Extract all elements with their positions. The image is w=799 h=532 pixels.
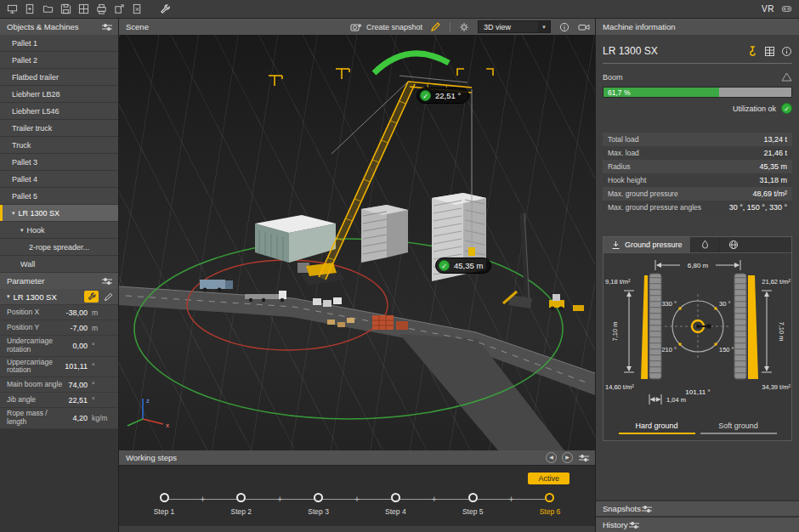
parameter-value[interactable]: 101,11 xyxy=(65,362,92,371)
object-item-label: Flatbed trailer xyxy=(12,73,59,82)
object-item[interactable]: Truck xyxy=(0,137,118,154)
history-header[interactable]: History xyxy=(596,518,799,532)
object-item[interactable]: 2-rope spreader... xyxy=(0,239,118,256)
parameter-row[interactable]: Main boom angle74,00° xyxy=(0,377,118,393)
grid-icon[interactable] xyxy=(78,3,89,14)
object-item[interactable]: Trailer truck xyxy=(0,120,118,137)
printer-icon[interactable] xyxy=(96,3,107,14)
history-options-icon[interactable] xyxy=(628,520,640,530)
step-circle[interactable] xyxy=(545,493,554,502)
object-item[interactable]: Pallet 3 xyxy=(0,154,118,171)
drilling-rig[interactable] xyxy=(503,213,532,308)
object-item[interactable]: Wall xyxy=(0,256,118,273)
step-circle[interactable] xyxy=(314,493,323,502)
step-3[interactable]: Step 3 xyxy=(299,466,338,516)
add-step-button[interactable]: + xyxy=(184,494,222,504)
track-length-left: 7,10 m xyxy=(611,322,619,342)
caret-down-icon[interactable]: ▾ xyxy=(7,293,10,300)
caret-down-icon[interactable]: ▾ xyxy=(12,210,15,217)
monitor-icon[interactable] xyxy=(7,3,18,14)
object-item[interactable]: Pallet 4 xyxy=(0,171,118,188)
tab-soil-type[interactable] xyxy=(690,237,719,252)
object-item[interactable]: Flatbed trailer xyxy=(0,69,118,86)
step-circle[interactable] xyxy=(236,493,246,502)
object-item-label: 2-rope spreader... xyxy=(29,243,89,252)
box-truck[interactable] xyxy=(200,280,233,291)
parameter-group-row[interactable]: ▾ LR 1300 SX xyxy=(0,289,118,305)
view-mode-select[interactable]: 3D view ▼ xyxy=(478,20,551,33)
stat-value: 48,69 t/m² xyxy=(752,190,787,198)
parameter-options-icon[interactable] xyxy=(101,276,113,286)
object-item[interactable]: Liebherr LB28 xyxy=(0,86,118,103)
tab-earth-view[interactable] xyxy=(719,237,748,252)
save-icon[interactable] xyxy=(60,3,71,14)
info-icon[interactable] xyxy=(781,46,792,57)
steps-scrollbar[interactable] xyxy=(119,526,595,532)
steps-options-icon[interactable] xyxy=(578,453,590,463)
step-1[interactable]: Step 1 xyxy=(144,466,184,516)
parameter-row[interactable]: Uppercarriage rotation101,11° xyxy=(0,357,118,378)
gear-icon[interactable] xyxy=(458,22,470,32)
object-item[interactable]: ▾Hook xyxy=(0,222,118,239)
object-item[interactable]: Liebherr L546 xyxy=(0,103,118,120)
step-circle[interactable] xyxy=(160,493,169,502)
parameter-value[interactable]: 4,20 xyxy=(65,414,92,422)
parameter-value[interactable]: -7,00 xyxy=(65,324,92,332)
scene-viewport[interactable]: z x ✓ 22,51 ° ✓ 45,35 m xyxy=(119,35,595,450)
hook-load-icon[interactable] xyxy=(747,46,758,57)
step-5[interactable]: Step 5 xyxy=(453,466,492,516)
add-step-button[interactable]: + xyxy=(415,494,453,504)
working-steps-header: Working steps ◀ ▶ xyxy=(119,450,595,465)
parameter-row[interactable]: Position X-38,00m xyxy=(0,305,118,320)
object-item[interactable]: Pallet 5 xyxy=(0,188,118,205)
parameter-value[interactable]: 0,00 xyxy=(65,342,92,350)
step-2[interactable]: Step 2 xyxy=(222,466,261,516)
export-icon[interactable] xyxy=(114,3,125,14)
parameter-value[interactable]: -38,00 xyxy=(65,308,92,317)
object-item[interactable]: Pallet 2 xyxy=(0,52,118,69)
step-circle[interactable] xyxy=(391,493,400,502)
machine-settings-button[interactable] xyxy=(84,291,99,303)
create-snapshot-button[interactable]: Create snapshot xyxy=(350,22,422,32)
wrench-icon[interactable] xyxy=(160,3,171,14)
load-chart-icon[interactable] xyxy=(764,46,775,57)
parameter-row[interactable]: Undercarriage rotation0,00° xyxy=(0,336,118,357)
step-4[interactable]: Step 4 xyxy=(376,466,415,516)
snapshots-options-icon[interactable] xyxy=(641,504,653,514)
caret-down-icon[interactable]: ▾ xyxy=(20,227,24,234)
parameter-row[interactable]: Rope mass / length4,20kg/m xyxy=(0,408,118,429)
object-item-selected[interactable]: ▾LR 1300 SX xyxy=(0,205,118,222)
previous-step-button[interactable]: ◀ xyxy=(546,452,557,463)
parameter-value[interactable]: 74,00 xyxy=(65,381,92,389)
add-step-button[interactable]: + xyxy=(338,494,377,504)
tab-ground-pressure[interactable]: Ground pressure xyxy=(604,237,690,252)
open-folder-icon[interactable] xyxy=(42,3,54,14)
object-item-label: Pallet 2 xyxy=(12,56,37,65)
add-step-button[interactable]: + xyxy=(492,494,530,504)
snapshots-header[interactable]: Snapshots xyxy=(596,501,799,516)
check-icon: ✓ xyxy=(781,103,792,114)
close-document-icon[interactable] xyxy=(132,3,143,14)
new-document-icon[interactable] xyxy=(25,3,36,14)
check-icon: ✓ xyxy=(420,90,431,101)
hard-ground-button[interactable]: Hard ground xyxy=(619,422,695,434)
step-circle[interactable] xyxy=(468,493,478,502)
video-camera-icon[interactable] xyxy=(578,22,590,32)
parameter-row[interactable]: Position Y-7,00m xyxy=(0,320,118,336)
next-step-button[interactable]: ▶ xyxy=(562,452,573,463)
brick-stack[interactable] xyxy=(372,315,408,330)
parameter-row[interactable]: Jib angle22,51° xyxy=(0,393,118,408)
info-icon[interactable] xyxy=(558,22,570,32)
hook-block[interactable] xyxy=(468,247,475,256)
small-machine[interactable] xyxy=(573,305,584,311)
vr-goggles-icon[interactable] xyxy=(781,3,792,14)
object-item[interactable]: Pallet 1 xyxy=(0,35,118,52)
add-step-button[interactable]: + xyxy=(261,494,299,504)
soft-ground-button[interactable]: Soft ground xyxy=(700,422,777,434)
measure-pencil-icon[interactable] xyxy=(430,22,442,32)
edit-parameters-button[interactable] xyxy=(101,291,115,303)
parameter-label: Rope mass / length xyxy=(7,410,65,427)
chevron-down-icon[interactable]: ▼ xyxy=(538,21,550,32)
parameter-value[interactable]: 22,51 xyxy=(65,396,92,405)
filter-options-icon[interactable] xyxy=(101,22,113,32)
